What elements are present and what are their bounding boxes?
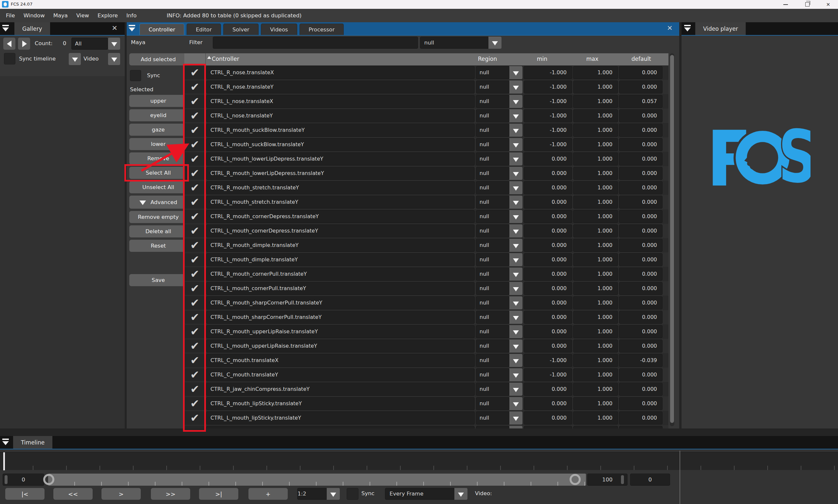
- table-header[interactable]: Controller Region min max default: [184, 53, 668, 66]
- region-cell[interactable]: null: [476, 354, 509, 367]
- menu-window[interactable]: Window: [23, 13, 45, 19]
- default-cell[interactable]: 0.000: [619, 124, 663, 137]
- controller-name-cell[interactable]: CTRL_R_mouth_lowerLipDepress.translateY: [206, 167, 475, 180]
- region-cell[interactable]: null: [476, 268, 509, 281]
- row-checkbox[interactable]: ✔: [185, 340, 205, 353]
- video-player-panel-title[interactable]: Video player: [695, 22, 746, 35]
- default-cell[interactable]: [619, 426, 663, 429]
- collapse-icon[interactable]: [2, 24, 10, 33]
- row-checkbox[interactable]: ✔: [185, 383, 205, 396]
- max-cell[interactable]: 1.000: [573, 354, 618, 367]
- region-dropdown-button[interactable]: [509, 354, 522, 367]
- max-cell[interactable]: 1.000: [573, 325, 618, 338]
- controller-name-cell[interactable]: CTRL_R_nose.translateY: [206, 80, 475, 93]
- region-cell[interactable]: null: [476, 66, 509, 79]
- row-checkbox[interactable]: ✔: [185, 296, 205, 309]
- min-cell[interactable]: [524, 426, 572, 429]
- region-dropdown-button[interactable]: [509, 181, 522, 194]
- region-cell[interactable]: null: [476, 296, 509, 309]
- menu-file[interactable]: File: [6, 13, 15, 19]
- region-dropdown-button[interactable]: [509, 124, 522, 137]
- region-dropdown-button[interactable]: [509, 210, 522, 223]
- region-dropdown-button[interactable]: [509, 109, 522, 122]
- region-cell[interactable]: null: [476, 311, 509, 324]
- region-cell[interactable]: null: [476, 167, 509, 180]
- row-checkbox[interactable]: ✔: [185, 354, 205, 367]
- restore-button[interactable]: [798, 0, 816, 9]
- timeline-panel-title[interactable]: Timeline: [13, 436, 52, 449]
- default-cell[interactable]: 0.000: [619, 296, 663, 309]
- min-cell[interactable]: 0.000: [524, 253, 572, 266]
- row-checkbox[interactable]: ✔: [185, 368, 205, 381]
- row-checkbox[interactable]: ✔: [185, 124, 205, 137]
- menu-explore[interactable]: Explore: [98, 13, 118, 19]
- max-cell[interactable]: 1.000: [573, 66, 618, 79]
- row-checkbox[interactable]: ✔: [185, 397, 205, 410]
- region-cell[interactable]: null: [476, 80, 509, 93]
- video-dropdown-button[interactable]: [108, 53, 120, 65]
- remove-empty-button[interactable]: Remove empty: [129, 211, 187, 223]
- region-dropdown-button[interactable]: [509, 383, 522, 396]
- max-cell[interactable]: 1.000: [573, 196, 618, 209]
- region-cell[interactable]: null: [476, 124, 509, 137]
- region-dropdown-button[interactable]: [509, 66, 522, 79]
- region-dropdown-button[interactable]: [509, 239, 522, 252]
- min-cell[interactable]: 0.000: [524, 224, 572, 237]
- row-checkbox[interactable]: ✔: [185, 138, 205, 151]
- min-cell[interactable]: 0.000: [524, 196, 572, 209]
- row-checkbox[interactable]: ✔: [185, 181, 205, 194]
- min-cell[interactable]: 0.000: [524, 239, 572, 252]
- max-cell[interactable]: 1.000: [573, 80, 618, 93]
- close-button[interactable]: ✕: [819, 0, 837, 9]
- max-cell[interactable]: 1.000: [573, 239, 618, 252]
- tab-videos[interactable]: Videos: [261, 23, 297, 35]
- region-dropdown-button[interactable]: [509, 368, 522, 381]
- step-dropdown-button[interactable]: [327, 488, 340, 500]
- region-dropdown-button[interactable]: [509, 196, 522, 209]
- min-cell[interactable]: 0.000: [524, 411, 572, 425]
- controller-name-cell[interactable]: CTRL_L_mouth_lipSticky.translateY: [206, 411, 475, 425]
- max-cell[interactable]: 1.000: [573, 253, 618, 266]
- controller-name-cell[interactable]: CTRL_L_nose.translateY: [206, 109, 475, 122]
- jump-end-button[interactable]: >|: [199, 488, 238, 500]
- tab-controller[interactable]: Controller: [139, 23, 184, 35]
- max-cell[interactable]: 1.000: [573, 340, 618, 353]
- default-cell[interactable]: 0.000: [619, 181, 663, 194]
- column-header-min[interactable]: min: [537, 56, 547, 62]
- step-select[interactable]: 1:2: [297, 488, 327, 500]
- controller-name-cell[interactable]: CTRL_R_mouth_lipSticky.translateY: [206, 397, 475, 410]
- min-cell[interactable]: -1.000: [524, 354, 572, 367]
- save-button[interactable]: Save: [129, 274, 187, 286]
- default-cell[interactable]: 0.000: [619, 80, 663, 93]
- controller-name-cell[interactable]: [206, 426, 475, 429]
- default-cell[interactable]: 0.000: [619, 239, 663, 252]
- lower-button[interactable]: lower: [129, 138, 187, 150]
- frame-mode-select[interactable]: Every Frame: [385, 488, 454, 500]
- min-cell[interactable]: 0.000: [524, 167, 572, 180]
- row-checkbox[interactable]: ✔: [185, 311, 205, 324]
- sync-timeline-dropdown-button[interactable]: [69, 53, 81, 65]
- jump-start-button[interactable]: |<: [5, 488, 45, 500]
- default-cell[interactable]: 0.000: [619, 383, 663, 396]
- region-dropdown-button[interactable]: [509, 95, 522, 108]
- row-checkbox[interactable]: ✔: [185, 196, 205, 209]
- max-cell[interactable]: 1.000: [573, 124, 618, 137]
- row-checkbox[interactable]: ✔: [185, 253, 205, 266]
- min-cell[interactable]: -1.000: [524, 124, 572, 137]
- region-dropdown-button[interactable]: [509, 426, 522, 429]
- fast-forward-button[interactable]: >>: [151, 488, 190, 500]
- min-cell[interactable]: -1.000: [524, 66, 572, 79]
- max-cell[interactable]: 1.000: [573, 411, 618, 425]
- default-cell[interactable]: 0.000: [619, 282, 663, 295]
- region-cell[interactable]: null: [476, 109, 509, 122]
- default-cell[interactable]: 0.057: [619, 95, 663, 108]
- default-cell[interactable]: 0.000: [619, 167, 663, 180]
- max-cell[interactable]: 1.000: [573, 95, 618, 108]
- default-cell[interactable]: 0.000: [619, 368, 663, 381]
- controller-name-cell[interactable]: CTRL_R_mouth_dimple.translateY: [206, 239, 475, 252]
- default-cell[interactable]: 0.000: [619, 340, 663, 353]
- column-header-max[interactable]: max: [586, 56, 598, 62]
- controller-name-cell[interactable]: CTRL_L_mouth_sharpCornerPull.translateY: [206, 311, 475, 324]
- min-cell[interactable]: 0.000: [524, 397, 572, 410]
- gallery-panel-title[interactable]: Gallery: [14, 22, 50, 35]
